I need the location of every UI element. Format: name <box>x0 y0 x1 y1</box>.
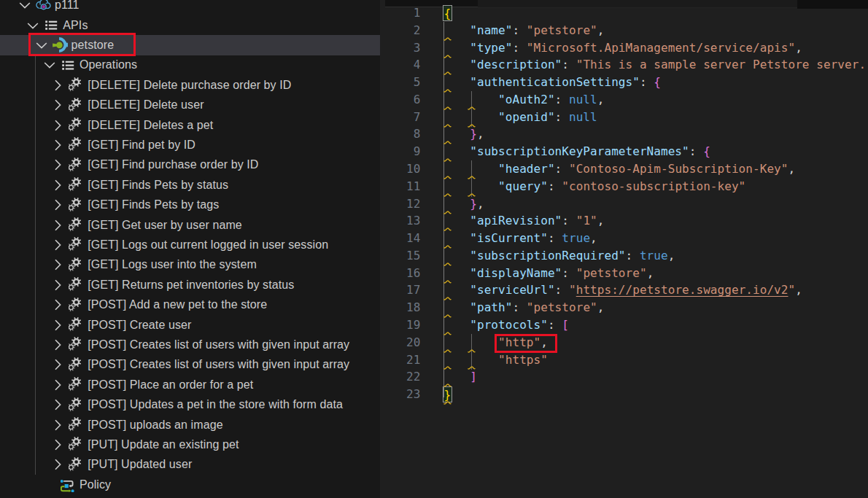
code-line-5[interactable]: 5 "authenticationSettings": { <box>380 74 868 91</box>
chevron-down-icon[interactable] <box>43 58 56 71</box>
chevron-right-icon[interactable] <box>51 358 64 371</box>
token-pun: , <box>788 162 795 176</box>
code-text: "apiRevision": "1", <box>442 212 605 230</box>
chevron-right-icon[interactable] <box>51 98 64 112</box>
chevron-right-icon[interactable] <box>51 258 64 271</box>
code-text: "protocols": [ <box>442 316 570 334</box>
fold-squiggle-mark <box>443 262 452 266</box>
tree-item-get-finds-pets-by-tags[interactable]: [GET] Finds Pets by tags <box>0 195 380 215</box>
code-line-1[interactable]: 1{ <box>380 4 868 22</box>
line-number: 23 <box>380 386 421 403</box>
chevron-right-icon[interactable] <box>51 279 64 292</box>
chevron-down-icon[interactable] <box>18 0 31 12</box>
code-line-20[interactable]: 20 "http", <box>380 334 868 351</box>
tree-item-get-returns-pet-inventories-by-status[interactable]: [GET] Returns pet inventories by status <box>0 275 380 295</box>
chevron-right-icon[interactable] <box>51 419 64 432</box>
code-line-17[interactable]: 17 "serviceUrl": "https://petstore.swagg… <box>380 281 868 299</box>
json-editor[interactable]: 1{2 "name": "petstore",3 "type": "Micros… <box>380 0 868 498</box>
token-key: "path" <box>470 300 512 314</box>
code-line-9[interactable]: 9 "subscriptionKeyParameterNames": { <box>380 143 868 160</box>
tree-item-operations[interactable]: Operations <box>0 55 380 75</box>
token-pun: , <box>597 214 605 227</box>
chevron-right-icon[interactable] <box>51 458 64 471</box>
fold-squiggle-mark <box>468 349 476 353</box>
line-number: 7 <box>380 109 421 126</box>
code-line-7[interactable]: 7 "openid": null <box>380 109 868 126</box>
tree-item-put-update-an-existing-pet[interactable]: [PUT] Update an existing pet <box>0 435 380 454</box>
code-line-2[interactable]: 2 "name": "petstore", <box>380 22 868 39</box>
operation-gears-icon <box>69 377 84 392</box>
token-kw: null <box>569 110 597 124</box>
chevron-right-icon[interactable] <box>51 378 64 392</box>
line-number: 8 <box>380 125 421 143</box>
tree-item-get-find-pet-by-id[interactable]: [GET] Find pet by ID <box>0 135 380 155</box>
code-line-13[interactable]: 13 "apiRevision": "1", <box>380 212 868 230</box>
fold-squiggle-mark <box>443 88 452 93</box>
operation-gears-icon <box>69 357 84 373</box>
tree-item-post-creates-list-of-users-with-given-input-array[interactable]: [POST] Creates list of users with given … <box>0 355 380 375</box>
chevron-right-icon[interactable] <box>51 119 64 132</box>
fold-squiggle-mark <box>443 36 452 41</box>
chevron-right-icon[interactable] <box>51 139 64 152</box>
chevron-down-icon[interactable] <box>26 19 39 32</box>
chevron-right-icon[interactable] <box>51 338 64 351</box>
code-line-15[interactable]: 15 "subscriptionRequired": true, <box>380 247 868 265</box>
tree-item-post-add-a-new-pet-to-the-store[interactable]: [POST] Add a new pet to the store <box>0 295 380 315</box>
tree-item-get-find-purchase-order-by-id[interactable]: [GET] Find purchase order by ID <box>0 155 380 175</box>
tree-item-post-updates-a-pet-in-the-store-with-form-data[interactable]: [POST] Updates a pet in the store with f… <box>0 395 380 415</box>
policy-icon <box>61 477 76 492</box>
chevron-right-icon[interactable] <box>51 398 64 411</box>
tree-item-label: [POST] Add a new pet to the store <box>88 297 267 312</box>
tree-item-post-creates-list-of-users-with-given-input-array[interactable]: [POST] Creates list of users with given … <box>0 335 380 354</box>
tree-item-delete-delete-user[interactable]: [DELETE] Delete user <box>0 96 380 115</box>
tree-item-get-get-user-by-user-name[interactable]: [GET] Get user by user name <box>0 215 380 235</box>
chevron-right-icon[interactable] <box>51 158 64 171</box>
code-line-10[interactable]: 10 "header": "Contoso-Apim-Subscription-… <box>380 160 868 178</box>
chevron-right-icon[interactable] <box>51 198 64 211</box>
tree-item-post-create-user[interactable]: [POST] Create user <box>0 315 380 335</box>
code-text: "query": "contoso-subscription-key" <box>442 178 746 195</box>
tree-item-post-uploads-an-image[interactable]: [POST] uploads an image <box>0 415 380 435</box>
code-line-11[interactable]: 11 "query": "contoso-subscription-key" <box>380 178 868 195</box>
line-number: 16 <box>380 265 421 282</box>
tree-item-policy[interactable]: Policy <box>0 475 380 494</box>
code-line-3[interactable]: 3 "type": "Microsoft.ApiManagement/servi… <box>380 39 868 57</box>
code-line-19[interactable]: 19 "protocols": [ <box>380 316 868 334</box>
tree-item-delete-delete-purchase-order-by-id[interactable]: [DELETE] Delete purchase order by ID <box>0 75 380 95</box>
tree-item-p111[interactable]: p111 <box>0 0 380 15</box>
token-pun: : <box>548 318 562 332</box>
code-line-21[interactable]: 21 "https" <box>380 351 868 369</box>
chevron-right-icon[interactable] <box>51 238 64 252</box>
fold-squiggle-mark <box>443 157 452 162</box>
fold-squiggle-mark <box>443 227 452 231</box>
code-line-4[interactable]: 4 "description": "This is a sample serve… <box>380 56 868 74</box>
tree-item-get-logs-user-into-the-system[interactable]: [GET] Logs user into the system <box>0 255 380 275</box>
chevron-right-icon[interactable] <box>51 79 64 92</box>
token-b1: } <box>470 197 477 211</box>
chevron-right-icon[interactable] <box>51 438 64 451</box>
chevron-right-icon[interactable] <box>51 179 64 192</box>
tree-item-post-place-an-order-for-a-pet[interactable]: [POST] Place an order for a pet <box>0 375 380 394</box>
code-line-6[interactable]: 6 "oAuth2": null, <box>380 91 868 109</box>
chevron-right-icon[interactable] <box>51 298 64 311</box>
token-pun: : <box>562 214 576 227</box>
tree-item-delete-deletes-a-pet[interactable]: [DELETE] Deletes a pet <box>0 115 380 135</box>
code-line-22[interactable]: 22 ] <box>380 368 868 386</box>
code-line-14[interactable]: 14 "isCurrent": true, <box>380 230 868 247</box>
chevron-right-icon[interactable] <box>51 319 64 332</box>
code-line-12[interactable]: 12 }, <box>380 195 868 213</box>
code-line-16[interactable]: 16 "displayName": "petstore", <box>380 265 868 282</box>
tree-item-label: [POST] Create user <box>88 318 191 332</box>
tree-item-get-logs-out-current-logged-in-user-session[interactable]: [GET] Logs out current logged in user se… <box>0 235 380 254</box>
token-pun: , <box>597 300 605 314</box>
code-line-8[interactable]: 8 }, <box>380 125 868 143</box>
tree-item-get-finds-pets-by-status[interactable]: [GET] Finds Pets by status <box>0 175 380 195</box>
tree-item-put-updated-user[interactable]: [PUT] Updated user <box>0 455 380 475</box>
token-str: "https" <box>498 353 548 367</box>
list-icon <box>44 17 59 33</box>
code-line-23[interactable]: 23} <box>380 386 868 403</box>
line-number: 2 <box>380 22 421 39</box>
tree-item-label: [GET] Find pet by ID <box>88 138 195 152</box>
code-line-18[interactable]: 18 "path": "petstore", <box>380 299 868 316</box>
chevron-right-icon[interactable] <box>51 219 64 232</box>
